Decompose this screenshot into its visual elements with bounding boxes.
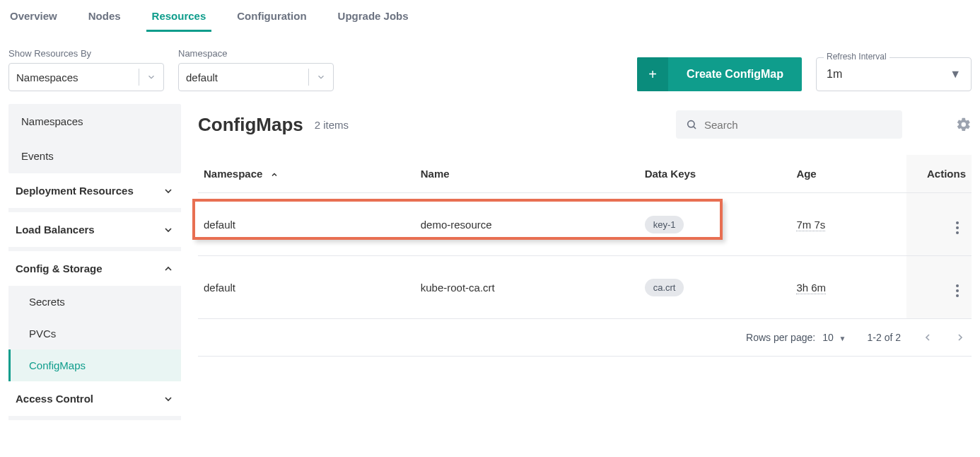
- table-row[interactable]: default kube-root-ca.crt ca.crt 3h 6m: [198, 256, 972, 319]
- svg-line-1: [694, 127, 696, 129]
- refresh-interval-select[interactable]: Refresh Interval 1m ▼: [816, 57, 972, 91]
- triangle-down-icon: ▼: [839, 335, 846, 342]
- top-tabs: Overview Nodes Resources Configuration U…: [0, 0, 980, 33]
- sidebar-section-access-control[interactable]: Access Control: [8, 381, 181, 416]
- cell-namespace: default: [204, 219, 235, 231]
- sidebar-item-secrets[interactable]: Secrets: [8, 286, 181, 318]
- sidebar-section-label: Load Balancers: [16, 224, 95, 236]
- svg-point-0: [688, 121, 694, 127]
- search-input[interactable]: [704, 119, 892, 131]
- tab-resources[interactable]: Resources: [151, 7, 208, 32]
- chevron-down-icon: [163, 393, 174, 405]
- chevron-down-icon: [163, 224, 174, 236]
- row-actions-menu[interactable]: [949, 221, 966, 234]
- chevron-up-icon: [163, 263, 174, 274]
- namespace-select[interactable]: default: [178, 63, 334, 91]
- page-title: ConfigMaps: [198, 114, 303, 136]
- main-content: ConfigMaps 2 items Namespace: [198, 104, 972, 420]
- sidebar-item-events[interactable]: Events: [8, 139, 181, 173]
- sidebar-item-pvcs[interactable]: PVCs: [8, 318, 181, 349]
- gear-icon[interactable]: [956, 117, 972, 132]
- chevron-down-icon: [316, 72, 326, 82]
- sidebar-section-load-balancers[interactable]: Load Balancers: [8, 212, 181, 247]
- item-count: 2 items: [315, 119, 349, 131]
- cell-age: 3h 6m: [796, 282, 826, 294]
- show-resources-by-value: Namespaces: [16, 71, 78, 83]
- tab-configuration[interactable]: Configuration: [235, 7, 308, 32]
- pagination: Rows per page: 10 ▼ 1-2 of 2: [198, 319, 972, 357]
- show-resources-by-label: Show Resources By: [8, 48, 164, 59]
- sort-asc-icon: [270, 170, 279, 179]
- next-page-button[interactable]: [955, 332, 966, 343]
- plus-icon: +: [637, 57, 668, 91]
- chevron-down-icon: [146, 72, 156, 82]
- sidebar-section-label: Config & Storage: [16, 262, 103, 274]
- chevron-down-icon: [163, 185, 174, 197]
- rows-per-page-label: Rows per page:: [746, 332, 815, 343]
- column-header-data-keys[interactable]: Data Keys: [639, 155, 791, 193]
- search-box[interactable]: [676, 110, 902, 139]
- column-header-name[interactable]: Name: [415, 155, 639, 193]
- create-configmap-button[interactable]: + Create ConfigMap: [637, 57, 802, 91]
- tab-upgrade-jobs[interactable]: Upgrade Jobs: [337, 7, 410, 32]
- create-configmap-label: Create ConfigMap: [668, 68, 802, 81]
- sidebar: Namespaces Events Deployment Resources L…: [8, 104, 181, 420]
- cell-age: 7m 7s: [796, 219, 825, 231]
- cell-name: kube-root-ca.crt: [415, 256, 639, 319]
- refresh-interval-value: 1m: [827, 68, 842, 81]
- tab-nodes[interactable]: Nodes: [87, 7, 122, 32]
- row-actions-menu[interactable]: [949, 284, 966, 297]
- data-key-tag: key-1: [645, 216, 684, 233]
- sidebar-item-configmaps[interactable]: ConfigMaps: [8, 349, 181, 381]
- cell-name: demo-resource: [415, 193, 639, 256]
- show-resources-by-select[interactable]: Namespaces: [8, 63, 164, 91]
- column-header-namespace[interactable]: Namespace: [198, 155, 415, 193]
- search-icon: [686, 119, 697, 130]
- refresh-interval-label: Refresh Interval: [824, 52, 889, 62]
- tab-overview[interactable]: Overview: [8, 7, 59, 32]
- rows-per-page-select[interactable]: 10 ▼: [822, 332, 846, 343]
- filter-row: Show Resources By Namespaces Namespace d…: [0, 33, 980, 104]
- column-header-age[interactable]: Age: [791, 155, 906, 193]
- sidebar-section-label: Deployment Resources: [16, 185, 134, 197]
- namespace-value: default: [186, 71, 218, 83]
- triangle-down-icon: ▼: [950, 68, 961, 81]
- namespace-label: Namespace: [178, 48, 334, 59]
- sidebar-item-namespaces[interactable]: Namespaces: [8, 104, 181, 139]
- table-row[interactable]: default demo-resource key-1 7m 7s: [198, 193, 972, 256]
- data-key-tag: ca.crt: [645, 279, 684, 296]
- sidebar-section-config-storage[interactable]: Config & Storage: [8, 251, 181, 286]
- sidebar-section-label: Access Control: [16, 393, 93, 405]
- configmaps-table: Namespace Name Data Keys Age Actions def…: [198, 155, 972, 319]
- cell-namespace: default: [198, 256, 415, 319]
- column-header-actions: Actions: [906, 155, 972, 193]
- pagination-range: 1-2 of 2: [868, 332, 901, 343]
- sidebar-section-deployment-resources[interactable]: Deployment Resources: [8, 173, 181, 208]
- prev-page-button[interactable]: [922, 332, 933, 343]
